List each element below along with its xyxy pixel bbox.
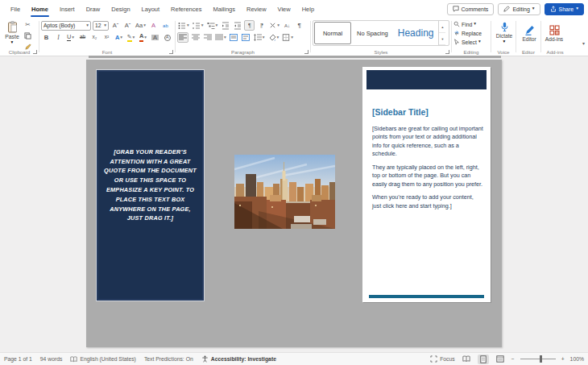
tab-view[interactable]: View — [272, 0, 296, 18]
shading-button[interactable]: ▾ — [267, 32, 280, 43]
grow-font-button[interactable]: Aˆ — [110, 20, 121, 31]
rtl-text-direction-button[interactable]: ¶ — [256, 20, 267, 31]
tab-review[interactable]: Review — [241, 0, 272, 18]
zoom-in-button[interactable]: + — [561, 356, 565, 362]
sidebar-body[interactable]: [Sidebars are great for calling out impo… — [372, 125, 483, 215]
share-button[interactable]: Share ▾ — [545, 3, 584, 15]
proofing-status[interactable]: English (United States) — [70, 356, 136, 363]
select-button[interactable]: Select ▾ — [453, 38, 489, 46]
tab-layout[interactable]: Layout — [136, 0, 166, 18]
search-icon — [453, 21, 460, 27]
style-normal[interactable]: Normal — [314, 22, 351, 44]
line-spacing-button[interactable]: ▾ — [253, 32, 266, 43]
chevron-down-icon: ▾ — [86, 23, 89, 28]
borders-button[interactable]: ▾ — [281, 32, 294, 43]
strikethrough-button[interactable]: ab — [77, 32, 88, 43]
accessibility-status[interactable]: Accessibility: Investigate — [201, 355, 276, 363]
font-size-combo[interactable]: 12 ▾ — [93, 21, 109, 31]
zoom-slider[interactable] — [520, 359, 556, 359]
ltr-text-direction-button[interactable]: ¶ — [244, 20, 255, 31]
decrease-indent-button[interactable] — [220, 20, 230, 31]
underline-button[interactable]: U▾ — [65, 32, 76, 43]
chevron-down-icon: ▾ — [277, 35, 280, 40]
char-shading-button[interactable]: A — [150, 32, 160, 43]
document-page[interactable]: [GRAB YOUR READER’S ATTENTION WITH A GRE… — [86, 60, 502, 347]
tab-file[interactable]: File — [5, 0, 26, 18]
word-count[interactable]: 94 words — [40, 356, 63, 362]
styles-scroll-up[interactable]: ▴ — [439, 21, 445, 33]
focus-label: Focus — [440, 356, 455, 362]
numbering-button[interactable]: ▾ — [192, 20, 205, 31]
multilevel-list-button[interactable]: ▾ — [206, 20, 219, 31]
increase-indent-button[interactable] — [232, 20, 242, 31]
enclose-char-button[interactable]: A — [162, 32, 172, 43]
shrink-font-button[interactable]: Aˇ — [122, 20, 133, 31]
document-canvas[interactable]: [GRAB YOUR READER’S ATTENTION WITH A GRE… — [0, 56, 588, 352]
tab-home[interactable]: Home — [26, 0, 54, 18]
skyline-photo[interactable] — [234, 155, 335, 229]
show-hide-marks-button[interactable]: ¶ — [294, 20, 304, 31]
up-arrow-icon: ▴ — [441, 25, 443, 29]
align-right-button[interactable] — [202, 32, 213, 43]
focus-button[interactable]: Focus — [430, 355, 455, 363]
tab-insert[interactable]: Insert — [54, 0, 81, 18]
replace-button[interactable]: Replace — [453, 29, 489, 37]
clear-formatting-button[interactable]: A — [148, 20, 159, 31]
editing-mode-button[interactable]: Editing ▾ — [498, 3, 540, 15]
superscript-button[interactable]: x² — [101, 32, 112, 43]
text-effects-button[interactable]: A▾ — [114, 32, 124, 43]
chevron-down-icon: ▾ — [277, 23, 280, 28]
dictate-button[interactable]: Dictate ▾ — [493, 19, 516, 47]
tab-references[interactable]: References — [165, 0, 207, 18]
justify-low-button[interactable] — [241, 32, 251, 43]
subscript-button[interactable]: x₂ — [89, 32, 100, 43]
tab-help[interactable]: Help — [296, 0, 320, 18]
paste-button[interactable]: Paste ▾ — [2, 19, 23, 47]
justify-button[interactable]: ▾ — [214, 32, 227, 43]
styles-gallery: Normal No Spacing Heading ▴ ▾ — [313, 20, 449, 46]
pull-quote-text-box[interactable]: [GRAB YOUR READER’S ATTENTION WITH A GRE… — [97, 70, 204, 301]
italic-button[interactable]: I — [53, 32, 64, 43]
highlight-button[interactable]: ✎▾ — [126, 32, 136, 43]
sidebar-panel[interactable]: [Sidebar Title] [Sidebars are great for … — [362, 67, 491, 302]
find-button[interactable]: Find ▾ — [453, 20, 489, 28]
comments-button[interactable]: Comments — [447, 3, 495, 15]
align-center-button[interactable] — [190, 32, 201, 43]
text-predictions[interactable]: Text Predictions: On — [144, 356, 193, 362]
font-color-button[interactable]: A▾ — [138, 32, 148, 43]
sidebar-title[interactable]: [Sidebar Title] — [372, 107, 429, 117]
paragraph-dialog-launcher[interactable] — [304, 50, 308, 54]
styles-scroll-down[interactable]: ▾ — [439, 33, 445, 45]
print-layout-button[interactable] — [478, 355, 489, 364]
style-heading[interactable]: Heading — [394, 22, 438, 44]
phonetic-guide-button[interactable]: ab — [160, 20, 171, 31]
zoom-out-button[interactable]: − — [511, 356, 515, 362]
decrease-indent-icon — [222, 22, 230, 30]
collapse-ribbon-button[interactable]: ▾ — [582, 40, 585, 46]
cut-button[interactable]: ✂ — [23, 19, 33, 30]
styles-dialog-launcher[interactable] — [445, 50, 449, 54]
page-indicator[interactable]: Page 1 of 1 — [4, 356, 32, 362]
distribute-button[interactable] — [229, 32, 239, 43]
chevron-down-icon: ▾ — [503, 39, 506, 44]
tab-draw[interactable]: Draw — [81, 0, 106, 18]
addins-button[interactable]: Add-ins — [543, 19, 565, 47]
clipboard-dialog-launcher[interactable] — [33, 50, 37, 54]
zoom-level[interactable]: 100% — [570, 356, 584, 362]
bold-button[interactable]: B — [41, 32, 52, 43]
read-mode-button[interactable] — [461, 355, 472, 364]
align-left-button[interactable] — [177, 32, 188, 43]
zoom-slider-thumb[interactable] — [540, 355, 542, 363]
tab-mailings[interactable]: Mailings — [207, 0, 241, 18]
change-case-button[interactable]: Aa▾ — [135, 20, 147, 31]
font-name-combo[interactable]: Aptos (Body) ▾ — [41, 21, 91, 31]
style-no-spacing[interactable]: No Spacing — [353, 22, 392, 44]
font-dialog-launcher[interactable] — [169, 50, 173, 54]
web-layout-button[interactable] — [495, 355, 506, 364]
asian-layout-button[interactable]: ▾ — [268, 20, 280, 31]
tab-design[interactable]: Design — [106, 0, 135, 18]
bullets-button[interactable]: ▾ — [177, 20, 190, 31]
sort-button[interactable]: A↓ — [282, 20, 292, 31]
editor-button[interactable]: Editor — [518, 19, 540, 47]
copy-button[interactable] — [23, 31, 33, 41]
